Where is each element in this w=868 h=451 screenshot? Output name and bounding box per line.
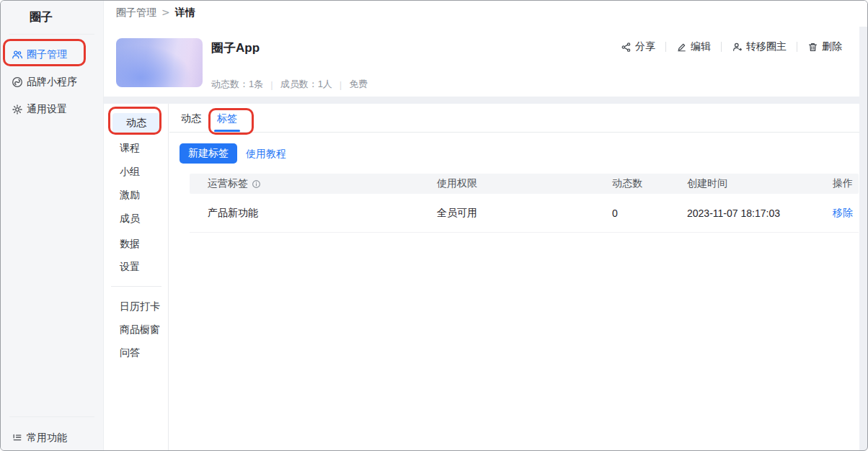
tag-table: 运营标签 使用权限 动态数 创建时间 操作 产品新功能: [190, 174, 859, 233]
breadcrumb-separator: >: [161, 6, 170, 19]
transfer-owner-button[interactable]: 转移圈主: [732, 40, 787, 53]
subnav-item-data[interactable]: 数据: [120, 236, 140, 251]
action-divider: [721, 42, 722, 52]
tab-moments[interactable]: 动态: [181, 111, 201, 125]
circle-name: 圈子App: [211, 40, 260, 56]
sidebar-footer-divider: [9, 416, 94, 417]
sidebar-item-label: 圈子管理: [27, 48, 67, 61]
transfer-owner-icon: [732, 42, 743, 53]
delete-label: 删除: [822, 40, 842, 53]
sidebar-item-general-settings[interactable]: 通用设置: [1, 97, 104, 122]
circle-avatar: [116, 38, 203, 87]
subnav-item-qa[interactable]: 问答: [120, 345, 140, 360]
circle-summary-card: 圈子App 动态数：1条 | 成员数：1人 | 免费 分享: [104, 27, 859, 97]
subnav-divider: [111, 286, 161, 287]
detail-panel: 动态 课程 小组 激励 成员 数据 设置 日历打卡 商品橱窗 问答 动态 标签 …: [104, 104, 859, 450]
stat-members: 成员数：1人: [280, 78, 332, 91]
remove-link[interactable]: 移除: [833, 207, 853, 218]
cell-moments: 0: [612, 207, 687, 219]
stat-separator: |: [340, 79, 342, 90]
subnav-item-product-showcase[interactable]: 商品橱窗: [120, 322, 160, 336]
breadcrumb-bar: 圈子管理 > 详情: [104, 1, 867, 27]
subnav-item-incentive[interactable]: 激励: [120, 187, 140, 202]
people-group-icon: [12, 49, 23, 61]
breadcrumb-parent[interactable]: 圈子管理: [116, 6, 156, 19]
breadcrumb: 圈子管理 > 详情: [116, 6, 195, 19]
table-header: 运营标签 使用权限 动态数 创建时间 操作: [190, 174, 859, 194]
app-window: 圈子 圈子管理 品牌小程序: [0, 0, 868, 451]
sidebar-item-common-functions[interactable]: 常用功能: [1, 425, 104, 451]
share-icon: [621, 42, 632, 53]
cell-created: 2023-11-07 18:17:03: [687, 207, 828, 219]
column-header-created: 创建时间: [687, 177, 828, 190]
subnav-item-courses[interactable]: 课程: [120, 140, 140, 155]
column-header-moments: 动态数: [612, 177, 687, 190]
transfer-owner-label: 转移圈主: [746, 40, 787, 53]
subnav-item-groups[interactable]: 小组: [120, 164, 140, 179]
sidebar-footer-label: 常用功能: [27, 432, 67, 445]
list-icon: [12, 432, 23, 444]
subnav-item-settings[interactable]: 设置: [120, 259, 140, 274]
app-title: 圈子: [30, 10, 53, 25]
share-label: 分享: [635, 40, 655, 53]
cell-permission: 全员可用: [437, 207, 612, 220]
sidebar-item-label: 品牌小程序: [27, 76, 77, 89]
column-header-actions: 操作: [828, 177, 853, 190]
stat-moments: 动态数：1条: [211, 78, 263, 91]
action-divider: [665, 42, 666, 52]
tab-bar-divider: [169, 132, 859, 133]
sidebar-divider: [9, 34, 94, 35]
info-icon[interactable]: [252, 179, 261, 189]
sidebar-item-brand-miniprogram[interactable]: 品牌小程序: [1, 69, 104, 95]
table-row: 产品新功能 全员可用 0 2023-11-07 18:17:03 移除: [190, 194, 859, 233]
tutorial-link[interactable]: 使用教程: [246, 143, 286, 164]
stat-price: 免费: [349, 78, 368, 91]
tab-bar: 动态 标签: [181, 111, 237, 125]
column-header-permission: 使用权限: [437, 177, 612, 190]
circle-stats: 动态数：1条 | 成员数：1人 | 免费: [211, 78, 368, 91]
share-button[interactable]: 分享: [621, 40, 655, 53]
sidebar-item-label: 通用设置: [27, 103, 67, 116]
new-tag-button[interactable]: 新建标签: [180, 143, 237, 164]
miniprogram-icon: [12, 76, 23, 88]
action-divider: [797, 42, 797, 52]
gear-icon: [12, 104, 23, 115]
secondary-nav: 动态 课程 小组 激励 成员 数据 设置 日历打卡 商品橱窗 问答: [104, 104, 169, 450]
stat-separator: |: [270, 79, 273, 90]
column-label: 运营标签: [208, 177, 248, 190]
column-header-tag: 运营标签: [208, 177, 437, 190]
edit-icon: [676, 42, 687, 53]
circle-actions: 分享 编辑: [621, 37, 842, 57]
edit-label: 编辑: [691, 40, 711, 53]
tab-tags[interactable]: 标签: [217, 111, 237, 125]
cell-tag-name: 产品新功能: [208, 207, 437, 220]
subnav-item-moments[interactable]: 动态: [112, 113, 160, 133]
breadcrumb-current: 详情: [175, 6, 195, 19]
trash-icon: [807, 42, 818, 53]
subnav-item-members[interactable]: 成员: [120, 211, 140, 226]
edit-button[interactable]: 编辑: [676, 40, 711, 53]
sidebar-item-circle-management[interactable]: 圈子管理: [1, 42, 104, 68]
delete-button[interactable]: 删除: [807, 40, 842, 53]
primary-sidebar: 圈子 圈子管理 品牌小程序: [1, 1, 104, 450]
content-area: 圈子管理 > 详情 圈子App 动态数：1条 | 成员数：1人 | 免费: [104, 1, 867, 450]
subnav-item-calendar-checkin[interactable]: 日历打卡: [120, 299, 160, 313]
